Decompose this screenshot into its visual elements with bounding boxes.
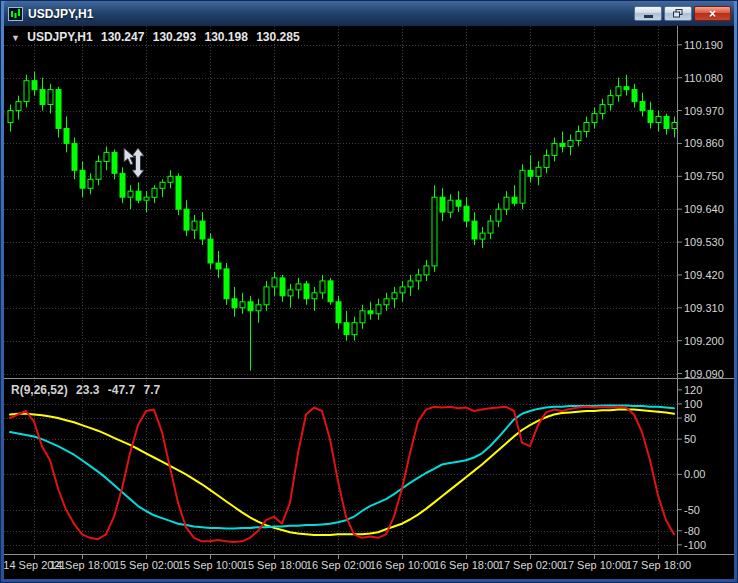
restore-icon bbox=[673, 9, 683, 18]
bear-candle bbox=[560, 143, 565, 146]
bear-candle bbox=[232, 299, 237, 308]
close-button[interactable]: × bbox=[694, 6, 731, 21]
separators bbox=[4, 26, 734, 559]
maximize-button[interactable] bbox=[664, 6, 692, 21]
bear-candle bbox=[528, 170, 533, 176]
mt4-chart-window: USDJPY,H1 × 110.190110.080109.970109.860… bbox=[0, 0, 738, 583]
bull-candle bbox=[96, 161, 101, 179]
price-axis-label: 109.640 bbox=[684, 203, 724, 215]
bear-candle bbox=[112, 152, 117, 173]
bull-candle bbox=[448, 200, 453, 212]
bull-candle bbox=[568, 140, 573, 146]
window-title: USDJPY,H1 bbox=[28, 7, 93, 21]
grid-layer bbox=[4, 26, 677, 554]
indicator-axis-label: 120 bbox=[684, 384, 702, 396]
bull-candle bbox=[88, 179, 93, 188]
candles-layer bbox=[8, 72, 677, 371]
bear-candle bbox=[632, 90, 637, 102]
title-bar[interactable]: USDJPY,H1 × bbox=[4, 1, 734, 26]
price-axis-label: 109.750 bbox=[684, 170, 724, 182]
price-axis-label: 109.310 bbox=[684, 302, 724, 314]
window-icon bbox=[8, 7, 23, 21]
bear-candle bbox=[336, 302, 341, 323]
indicator-line-rci-26 bbox=[10, 410, 674, 535]
time-axis-label: 17 Sep 18:00 bbox=[626, 559, 691, 571]
bear-candle bbox=[40, 90, 45, 105]
bull-candle bbox=[592, 114, 597, 123]
bull-candle bbox=[520, 170, 525, 203]
bull-candle bbox=[16, 102, 21, 111]
bull-candle bbox=[104, 152, 109, 161]
close-value: 130.285 bbox=[256, 30, 299, 44]
bull-candle bbox=[480, 233, 485, 239]
indicator-value-3: 7.7 bbox=[143, 383, 160, 397]
bull-candle bbox=[144, 197, 149, 200]
bull-candle bbox=[672, 123, 677, 129]
bull-candle bbox=[272, 278, 277, 287]
bull-candle bbox=[608, 96, 613, 105]
indicator-value-1: 23.3 bbox=[76, 383, 99, 397]
bull-candle bbox=[488, 221, 493, 233]
price-axis-label: 109.970 bbox=[684, 105, 724, 117]
time-axis-label: 17 Sep 02:00 bbox=[498, 559, 563, 571]
bull-candle bbox=[584, 123, 589, 132]
open-value: 130.247 bbox=[101, 30, 144, 44]
indicator-axis-label: 100 bbox=[684, 398, 702, 410]
bull-candle bbox=[152, 188, 157, 197]
bear-candle bbox=[624, 87, 629, 90]
time-axis-label: 17 Sep 10:00 bbox=[562, 559, 627, 571]
bear-candle bbox=[64, 129, 69, 144]
bull-candle bbox=[48, 90, 53, 105]
time-axis-label: 15 Sep 18:00 bbox=[242, 559, 307, 571]
bear-candle bbox=[72, 143, 77, 170]
minimize-button[interactable] bbox=[634, 6, 662, 21]
bull-candle bbox=[360, 311, 365, 323]
bull-candle bbox=[24, 81, 29, 102]
indicator-axis-label: 50 bbox=[684, 433, 696, 445]
bear-candle bbox=[216, 263, 221, 269]
indicator-lines-layer bbox=[10, 405, 674, 542]
close-icon: × bbox=[709, 8, 716, 20]
bear-candle bbox=[464, 206, 469, 221]
bull-candle bbox=[536, 167, 541, 176]
bull-candle bbox=[384, 299, 389, 305]
price-axis-label: 110.080 bbox=[684, 72, 723, 84]
bull-candle bbox=[496, 209, 501, 221]
bull-candle bbox=[256, 305, 261, 311]
bear-candle bbox=[176, 176, 181, 209]
bear-candle bbox=[224, 269, 229, 299]
axis-labels: 110.190110.080109.970109.860109.750109.6… bbox=[4, 39, 724, 571]
price-axis-label: 109.860 bbox=[684, 137, 724, 149]
symbol-period-label: USDJPY,H1 bbox=[27, 30, 92, 44]
bear-candle bbox=[472, 221, 477, 239]
bull-candle bbox=[288, 290, 293, 296]
one-click-trading-toggle[interactable]: ▼ bbox=[11, 33, 20, 43]
bull-candle bbox=[8, 111, 13, 123]
bear-candle bbox=[248, 302, 253, 311]
time-axis-label: 15 Sep 02:00 bbox=[114, 559, 179, 571]
bull-candle bbox=[168, 176, 173, 182]
bear-candle bbox=[344, 323, 349, 335]
bear-candle bbox=[32, 81, 37, 90]
time-axis-label: 15 Sep 10:00 bbox=[178, 559, 243, 571]
bull-candle bbox=[416, 275, 421, 281]
indicator-name: R(9,26,52) bbox=[11, 383, 68, 397]
chart-canvas[interactable]: 110.190110.080109.970109.860109.750109.6… bbox=[4, 26, 734, 579]
bear-candle bbox=[328, 281, 333, 302]
high-value: 130.293 bbox=[153, 30, 196, 44]
bear-candle bbox=[304, 284, 309, 299]
bull-candle bbox=[392, 293, 397, 299]
chart-area[interactable]: 110.190110.080109.970109.860109.750109.6… bbox=[4, 26, 734, 579]
bull-candle bbox=[376, 305, 381, 314]
time-axis-label: 16 Sep 10:00 bbox=[370, 559, 435, 571]
bear-candle bbox=[648, 111, 653, 123]
bull-candle bbox=[352, 323, 357, 335]
bull-candle bbox=[600, 105, 605, 114]
time-axis-label: 16 Sep 18:00 bbox=[434, 559, 499, 571]
indicator-header: R(9,26,52) 23.3 -47.7 7.7 bbox=[11, 383, 165, 397]
bull-candle bbox=[408, 281, 413, 287]
bull-candle bbox=[240, 302, 245, 308]
bull-candle bbox=[576, 132, 581, 141]
bear-candle bbox=[456, 200, 461, 206]
time-axis-label: 16 Sep 02:00 bbox=[306, 559, 371, 571]
